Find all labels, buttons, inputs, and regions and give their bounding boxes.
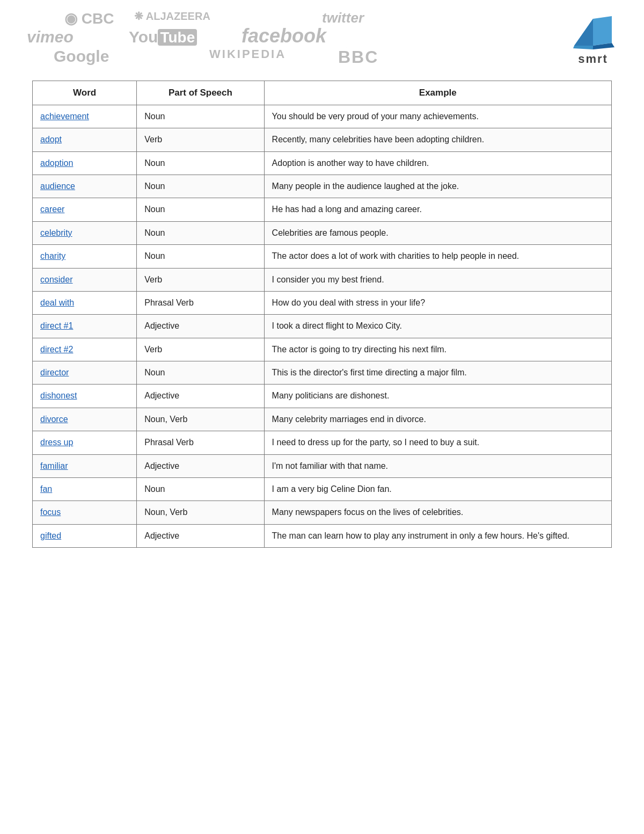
youtube-logo: YouTube bbox=[129, 28, 197, 46]
example-cell: I am a very big Celine Dion fan. bbox=[264, 478, 611, 501]
cbc-logo: ◉ CBC bbox=[64, 10, 114, 27]
example-cell: The man can learn how to play any instru… bbox=[264, 524, 611, 547]
pos-cell: Noun bbox=[137, 105, 264, 128]
word-link[interactable]: deal with bbox=[40, 298, 74, 307]
header: ◉ CBC ❋ ALJAZEERA twitter vimeo YouTube … bbox=[0, 0, 644, 70]
word-cell: audience bbox=[33, 175, 137, 198]
example-cell: Many politicians are dishonest. bbox=[264, 385, 611, 408]
pos-cell: Adjective bbox=[137, 385, 264, 408]
vocabulary-table: Word Part of Speech Example achievementN… bbox=[32, 81, 612, 548]
table-row: directorNounThis is the director's first… bbox=[33, 361, 612, 385]
facebook-logo: facebook bbox=[241, 25, 326, 47]
word-cell: familiar bbox=[33, 454, 137, 477]
word-link[interactable]: dishonest bbox=[40, 391, 77, 400]
svg-marker-1 bbox=[574, 19, 593, 46]
example-cell: The actor is going to try directing his … bbox=[264, 338, 611, 361]
table-row: adoptVerbRecently, many celebrities have… bbox=[33, 128, 612, 151]
word-link[interactable]: dress up bbox=[40, 438, 73, 447]
table-row: direct #2VerbThe actor is going to try d… bbox=[33, 338, 612, 361]
word-cell: dress up bbox=[33, 431, 137, 454]
word-link[interactable]: charity bbox=[40, 251, 65, 260]
word-cell: direct #2 bbox=[33, 338, 137, 361]
logo-area: ◉ CBC ❋ ALJAZEERA twitter vimeo YouTube … bbox=[11, 5, 633, 64]
pos-cell: Noun bbox=[137, 361, 264, 385]
word-cell: divorce bbox=[33, 408, 137, 431]
example-cell: The actor does a lot of work with charit… bbox=[264, 245, 611, 268]
pos-cell: Verb bbox=[137, 128, 264, 151]
example-cell: This is the director's first time direct… bbox=[264, 361, 611, 385]
word-cell: achievement bbox=[33, 105, 137, 128]
word-link[interactable]: divorce bbox=[40, 415, 68, 424]
word-cell: adopt bbox=[33, 128, 137, 151]
word-link[interactable]: direct #2 bbox=[40, 345, 73, 354]
twitter-logo: twitter bbox=[322, 10, 364, 26]
word-cell: consider bbox=[33, 268, 137, 291]
word-link[interactable]: adoption bbox=[40, 158, 73, 168]
table-row: familiarAdjectiveI'm not familiar with t… bbox=[33, 454, 612, 477]
word-cell: charity bbox=[33, 245, 137, 268]
word-link[interactable]: achievement bbox=[40, 112, 89, 121]
col-header-word: Word bbox=[33, 81, 137, 105]
example-cell: I'm not familiar with that name. bbox=[264, 454, 611, 477]
table-row: audienceNounMany people in the audience … bbox=[33, 175, 612, 198]
word-link[interactable]: fan bbox=[40, 484, 52, 494]
word-cell: celebrity bbox=[33, 221, 137, 244]
pos-cell: Noun bbox=[137, 175, 264, 198]
pos-cell: Adjective bbox=[137, 524, 264, 547]
smrt-label-text: smrt bbox=[578, 52, 608, 66]
col-header-example: Example bbox=[264, 81, 611, 105]
word-link[interactable]: director bbox=[40, 368, 69, 377]
table-row: dress upPhrasal VerbI need to dress up f… bbox=[33, 431, 612, 454]
example-cell: Many newspapers focus on the lives of ce… bbox=[264, 501, 611, 524]
word-cell: gifted bbox=[33, 524, 137, 547]
bbc-logo: BBC bbox=[338, 47, 378, 67]
pos-cell: Noun bbox=[137, 245, 264, 268]
word-link[interactable]: consider bbox=[40, 275, 72, 284]
pos-cell: Noun bbox=[137, 198, 264, 221]
example-cell: You should be very proud of your many ac… bbox=[264, 105, 611, 128]
table-row: deal withPhrasal VerbHow do you deal wit… bbox=[33, 291, 612, 314]
word-link[interactable]: audience bbox=[40, 182, 75, 191]
word-link[interactable]: adopt bbox=[40, 135, 62, 144]
table-row: achievementNounYou should be very proud … bbox=[33, 105, 612, 128]
word-link[interactable]: career bbox=[40, 205, 64, 214]
pos-cell: Verb bbox=[137, 268, 264, 291]
word-link[interactable]: direct #1 bbox=[40, 321, 73, 330]
example-cell: How do you deal with stress in your life… bbox=[264, 291, 611, 314]
aljazeera-logo: ❋ ALJAZEERA bbox=[134, 10, 210, 23]
table-row: dishonestAdjectiveMany politicians are d… bbox=[33, 385, 612, 408]
table-row: giftedAdjectiveThe man can learn how to … bbox=[33, 524, 612, 547]
table-row: charityNounThe actor does a lot of work … bbox=[33, 245, 612, 268]
table-row: adoptionNounAdoption is another way to h… bbox=[33, 151, 612, 175]
word-link[interactable]: gifted bbox=[40, 531, 61, 540]
pos-cell: Verb bbox=[137, 338, 264, 361]
word-cell: focus bbox=[33, 501, 137, 524]
example-cell: Many people in the audience laughed at t… bbox=[264, 175, 611, 198]
word-cell: deal with bbox=[33, 291, 137, 314]
word-link[interactable]: focus bbox=[40, 507, 61, 517]
pos-cell: Noun bbox=[137, 221, 264, 244]
word-cell: direct #1 bbox=[33, 315, 137, 338]
example-cell: Celebrities are famous people. bbox=[264, 221, 611, 244]
main-content: Word Part of Speech Example achievementN… bbox=[0, 70, 644, 569]
table-row: fanNounI am a very big Celine Dion fan. bbox=[33, 478, 612, 501]
table-row: celebrityNounCelebrities are famous peop… bbox=[33, 221, 612, 244]
smrt-logo: smrt bbox=[569, 11, 617, 66]
example-cell: I need to dress up for the party, so I n… bbox=[264, 431, 611, 454]
word-cell: career bbox=[33, 198, 137, 221]
wikipedia-logo: WIKIPEDIA bbox=[209, 47, 286, 61]
table-row: direct #1AdjectiveI took a direct flight… bbox=[33, 315, 612, 338]
pos-cell: Noun bbox=[137, 478, 264, 501]
word-link[interactable]: familiar bbox=[40, 461, 68, 470]
pos-cell: Adjective bbox=[137, 315, 264, 338]
pos-cell: Noun, Verb bbox=[137, 408, 264, 431]
word-cell: director bbox=[33, 361, 137, 385]
pos-cell: Noun, Verb bbox=[137, 501, 264, 524]
col-header-pos: Part of Speech bbox=[137, 81, 264, 105]
word-link[interactable]: celebrity bbox=[40, 228, 72, 237]
example-cell: He has had a long and amazing career. bbox=[264, 198, 611, 221]
table-header-row: Word Part of Speech Example bbox=[33, 81, 612, 105]
table-row: considerVerbI consider you my best frien… bbox=[33, 268, 612, 291]
example-cell: Adoption is another way to have children… bbox=[264, 151, 611, 175]
pos-cell: Phrasal Verb bbox=[137, 431, 264, 454]
